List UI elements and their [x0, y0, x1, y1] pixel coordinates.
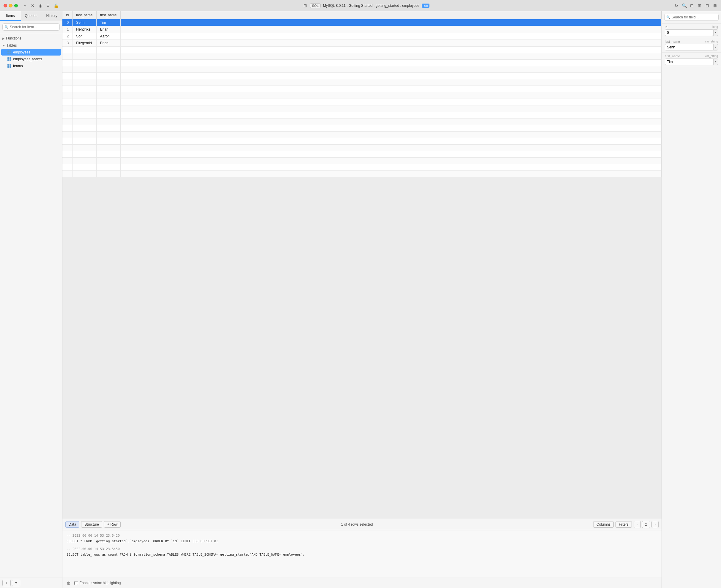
- col-header-id[interactable]: id: [62, 11, 73, 19]
- structure-button[interactable]: Structure: [81, 521, 102, 528]
- empty-cell: [73, 112, 96, 119]
- sidebar-dropdown-button[interactable]: ▾: [12, 580, 20, 586]
- empty-cell: [96, 164, 120, 171]
- empty-row: [62, 86, 662, 92]
- table-icon-teams: [7, 64, 11, 68]
- field-value-input-first_name[interactable]: [665, 59, 714, 65]
- preview-icon[interactable]: ◉: [38, 3, 43, 8]
- col-header-first-name[interactable]: first_name: [96, 11, 120, 19]
- empty-cell: [96, 131, 120, 138]
- empty-cell: [73, 145, 96, 151]
- db-icon[interactable]: ⊞: [303, 3, 307, 8]
- refresh-icon[interactable]: ↻: [674, 3, 679, 8]
- tables-section-header[interactable]: ▼ Tables: [0, 42, 62, 49]
- sidebar-item-employees[interactable]: employees: [1, 49, 61, 56]
- loc-badge[interactable]: loc: [422, 4, 429, 8]
- empty-cell: [73, 53, 96, 60]
- empty-cell: [73, 92, 96, 99]
- cell-first-name: Tim: [96, 19, 120, 26]
- col-header-last-name[interactable]: last_name: [73, 11, 96, 19]
- field-value-input-last_name[interactable]: [665, 44, 714, 50]
- functions-section-header[interactable]: ▶ Functions: [0, 35, 62, 42]
- tab-items[interactable]: Items: [0, 11, 21, 21]
- empty-row: [62, 79, 662, 86]
- sidebar-item-teams[interactable]: teams: [1, 63, 61, 69]
- empty-cell: [120, 92, 661, 99]
- close-button[interactable]: [4, 4, 7, 7]
- table-row[interactable]: 2 Son Aaron: [62, 33, 662, 40]
- titlebar-right-icons: ↻ 🔍 ⊟ ⊞ ⊟ ⊠: [674, 3, 717, 8]
- empty-cell: [96, 119, 120, 125]
- list-icon[interactable]: ≡: [46, 3, 51, 8]
- sidebar-search-input[interactable]: [2, 23, 60, 30]
- search-icon[interactable]: 🔍: [682, 3, 686, 8]
- field-dropdown-first_name[interactable]: ▾: [713, 59, 718, 65]
- trash-icon[interactable]: 🗑: [65, 580, 72, 586]
- right-panel-search-input[interactable]: [664, 14, 719, 21]
- empty-cell: [120, 66, 661, 73]
- close-tab-icon[interactable]: ✕: [30, 3, 35, 8]
- tab-queries[interactable]: Queries: [21, 11, 42, 21]
- svg-rect-0: [7, 50, 9, 52]
- cell-id: 2: [62, 33, 73, 40]
- log-bottom: 🗑 Enable syntax highlighting: [62, 578, 662, 588]
- table-icon-employees: [7, 50, 11, 54]
- empty-cell: [96, 92, 120, 99]
- next-button[interactable]: ›: [652, 521, 659, 528]
- empty-cell: [120, 105, 661, 112]
- field-dropdown-id[interactable]: ▾: [713, 29, 718, 36]
- syntax-highlighting-checkbox[interactable]: [74, 581, 78, 585]
- empty-cell: [96, 99, 120, 105]
- columns-button[interactable]: Columns: [593, 521, 614, 528]
- svg-rect-5: [9, 57, 11, 59]
- lock-icon[interactable]: 🔒: [54, 3, 58, 8]
- empty-row: [62, 171, 662, 177]
- empty-row: [62, 47, 662, 53]
- layout4-icon[interactable]: ⊠: [713, 3, 717, 8]
- layout1-icon[interactable]: ⊟: [689, 3, 694, 8]
- home-icon[interactable]: ⌂: [23, 3, 27, 8]
- empty-row: [62, 92, 662, 99]
- syntax-highlighting-wrap: Enable syntax highlighting: [74, 581, 121, 585]
- cell-first-name: Aaron: [96, 33, 120, 40]
- cell-extra: [120, 33, 661, 40]
- titlebar-title: MySQL 8.0.11 : Getting Started : getting…: [323, 4, 419, 8]
- maximize-button[interactable]: [14, 4, 18, 7]
- empty-cell: [120, 47, 661, 53]
- add-row-button[interactable]: + Row: [104, 521, 121, 528]
- empty-cell: [62, 125, 73, 131]
- right-panel-fields: id long ▾ last_name var_string ▾ first_n…: [662, 23, 721, 67]
- filters-button[interactable]: Filters: [616, 521, 632, 528]
- sidebar-item-employees-teams-label: employees_teams: [13, 57, 42, 61]
- empty-cell: [120, 60, 661, 66]
- tab-history[interactable]: History: [41, 11, 62, 21]
- empty-cell: [96, 145, 120, 151]
- empty-cell: [120, 145, 661, 151]
- field-value-input-id[interactable]: [665, 29, 714, 36]
- empty-cell: [62, 92, 73, 99]
- empty-row: [62, 145, 662, 151]
- row-status: 1 of 4 rows selected: [122, 522, 592, 527]
- layout3-icon[interactable]: ⊟: [705, 3, 710, 8]
- layout2-icon[interactable]: ⊞: [697, 3, 702, 8]
- empty-cell: [73, 131, 96, 138]
- data-button[interactable]: Data: [65, 521, 79, 528]
- empty-cell: [62, 60, 73, 66]
- table-row[interactable]: 0 Sehn Tim: [62, 19, 662, 26]
- cell-first-name: Brian: [96, 40, 120, 47]
- gear-button[interactable]: ⚙: [642, 521, 650, 528]
- table-row[interactable]: 1 Hendriks Brian: [62, 26, 662, 33]
- prev-button[interactable]: ‹: [634, 521, 641, 528]
- empty-cell: [62, 131, 73, 138]
- empty-cell: [120, 138, 661, 145]
- add-item-button[interactable]: +: [2, 580, 11, 586]
- cell-last-name: Son: [73, 33, 96, 40]
- table-row[interactable]: 3 Fitzgerald Brian: [62, 40, 662, 47]
- sidebar-item-employees-teams[interactable]: employees_teams: [1, 56, 61, 62]
- empty-row: [62, 125, 662, 131]
- empty-row: [62, 73, 662, 79]
- sql-badge: SQL: [310, 3, 321, 8]
- minimize-button[interactable]: [9, 4, 13, 7]
- svg-rect-1: [9, 50, 11, 52]
- field-dropdown-last_name[interactable]: ▾: [713, 44, 718, 50]
